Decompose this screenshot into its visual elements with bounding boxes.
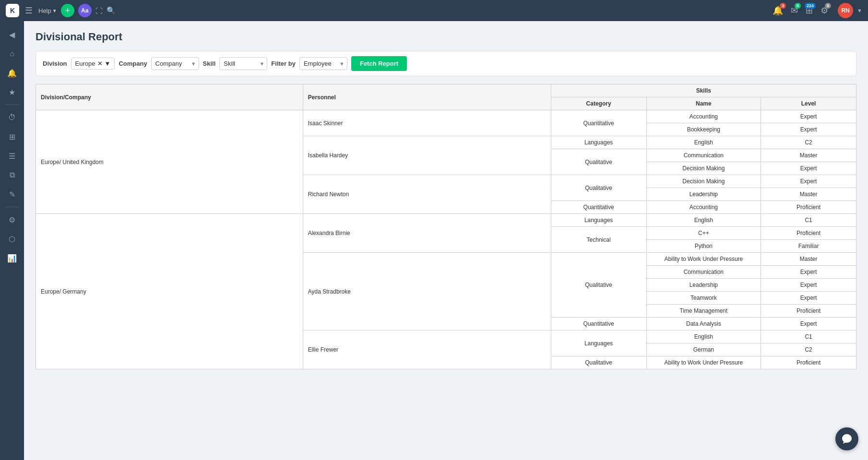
company-filter-label: Company [119, 60, 147, 67]
table-cell-level: C2 [761, 136, 856, 149]
grid-notification-badge[interactable]: ⊞ 224 [806, 5, 813, 16]
mail-notification-badge[interactable]: ✉ 8 [791, 5, 798, 16]
fetch-report-button[interactable]: Fetch Report [351, 56, 407, 71]
table-cell-skill-name: Accounting [646, 110, 761, 123]
expand-icon[interactable]: ⛶ [95, 7, 103, 15]
topnav: K ☰ Help ▼ + Aa ⛶ 🔍 🔔 3 ✉ 8 ⊞ 224 ⚙ 0 RN… [0, 0, 868, 21]
division-chevron-icon: ▼ [105, 60, 111, 67]
table-cell-category: Technical [551, 227, 646, 253]
table-cell-level: C2 [761, 343, 856, 356]
sidebar-settings-icon[interactable]: ⚙ [3, 211, 21, 228]
table-cell-level: Expert [761, 279, 856, 292]
table-cell-personnel: Isaac Skinner [303, 110, 551, 136]
table-cell-category: Languages [551, 330, 646, 356]
table-cell-level: Proficient [761, 356, 856, 369]
avatar-chevron[interactable]: ▼ [857, 8, 862, 13]
sidebar-collapse-icon[interactable]: ◀ [3, 26, 21, 43]
table-cell-category: Qualitative [551, 149, 646, 175]
table-cell-skill-name: German [646, 343, 761, 356]
sidebar-divider-1 [5, 105, 19, 105]
division-clear-icon[interactable]: ✕ [97, 60, 103, 67]
table-cell-personnel: Richard Newton [303, 175, 551, 214]
table-cell-skill-name: Accounting [646, 201, 761, 214]
table-cell-personnel: Ellie Frewer [303, 330, 551, 369]
table-cell-level: Expert [761, 266, 856, 279]
report-table: Division/Company Personnel Skills Catego… [36, 84, 856, 369]
sidebar-layers-icon[interactable]: ⧉ [3, 166, 21, 184]
skill-filter-label: Skill [203, 60, 216, 67]
table-cell-personnel: Ayda Stradbroke [303, 253, 551, 330]
table-cell-skill-name: Ability to Work Under Pressure [646, 356, 761, 369]
table-cell-skill-name: English [646, 136, 761, 149]
table-cell-level: Expert [761, 162, 856, 175]
table-cell-category: Qualitative [551, 253, 646, 318]
division-filter-label: Division [43, 60, 67, 67]
sidebar-report-icon[interactable]: 📊 [3, 249, 21, 267]
table-cell-skill-name: Leadership [646, 279, 761, 292]
star-notification-badge[interactable]: ⚙ 0 [820, 5, 828, 16]
header-category: Category [551, 97, 646, 110]
help-menu[interactable]: Help ▼ [38, 7, 57, 14]
hamburger-icon[interactable]: ☰ [23, 3, 35, 18]
chat-bubble[interactable] [835, 427, 858, 450]
sidebar-home-icon[interactable]: ⌂ [3, 45, 21, 62]
company-select-wrap: Company ▼ [151, 57, 199, 70]
table-cell-level: Master [761, 149, 856, 162]
table-cell-skill-name: Data Analysis [646, 318, 761, 330]
table-cell-level: Proficient [761, 305, 856, 318]
table-cell-level: Expert [761, 123, 856, 136]
bell-notification-badge[interactable]: 🔔 3 [773, 5, 783, 16]
filterby-select-wrap: Employee ▼ [299, 57, 347, 70]
sidebar-notification-icon[interactable]: 🔔 [3, 64, 21, 82]
table-cell-skill-name: Communication [646, 266, 761, 279]
table-cell-personnel: Alexandra Birnie [303, 214, 551, 253]
skill-select[interactable]: Skill [219, 57, 267, 70]
table-cell-category: Qualitative [551, 175, 646, 201]
chat-icon [841, 433, 853, 445]
table-cell-skill-name: Time Management [646, 305, 761, 318]
table-cell-skill-name: C++ [646, 227, 761, 240]
sidebar-list-icon[interactable]: ☰ [3, 147, 21, 165]
table-cell-skill-name: Leadership [646, 188, 761, 201]
appearance-button[interactable]: Aa [78, 4, 92, 17]
table-row: Europe/ United KingdomIsaac SkinnerQuant… [36, 110, 856, 123]
table-cell-division: Europe/ Germany [36, 214, 303, 369]
sidebar-recent-icon[interactable]: ⏱ [3, 109, 21, 126]
table-cell-skill-name: English [646, 330, 761, 343]
header-level: Level [761, 97, 856, 110]
topnav-logo: K [6, 4, 19, 17]
filter-bar: Division Europe ✕ ▼ Company Company ▼ Sk… [36, 51, 856, 76]
table-cell-level: Proficient [761, 201, 856, 214]
sidebar-edit-icon[interactable]: ✎ [3, 186, 21, 203]
header-skills: Skills [551, 84, 856, 97]
table-cell-category: Quantitative [551, 318, 646, 330]
table-cell-category: Quantitative [551, 201, 646, 214]
table-cell-level: Expert [761, 318, 856, 330]
table-cell-level: C1 [761, 214, 856, 227]
table-cell-level: Master [761, 188, 856, 201]
table-cell-level: Familiar [761, 240, 856, 253]
new-item-button[interactable]: + [61, 4, 74, 17]
sidebar-star-icon[interactable]: ★ [3, 83, 21, 101]
sidebar-divider-2 [5, 207, 19, 207]
header-skill-name: Name [646, 97, 761, 110]
table-row: Europe/ GermanyAlexandra BirnieLanguages… [36, 214, 856, 227]
sidebar-grid-icon[interactable]: ⊞ [3, 128, 21, 145]
table-cell-level: Expert [761, 175, 856, 188]
sidebar-plugin-icon[interactable]: ⬡ [3, 230, 21, 248]
filterby-select[interactable]: Employee [299, 57, 347, 70]
table-cell-category: Quantitative [551, 110, 646, 136]
table-cell-category: Languages [551, 214, 646, 227]
page-title: Divisional Report [36, 31, 856, 43]
search-icon[interactable]: 🔍 [107, 6, 116, 15]
header-personnel: Personnel [303, 84, 551, 110]
division-select[interactable]: Europe ✕ ▼ [71, 58, 115, 70]
company-select[interactable]: Company [151, 57, 199, 70]
user-avatar[interactable]: RN [838, 3, 853, 18]
table-cell-skill-name: Decision Making [646, 175, 761, 188]
table-cell-level: Expert [761, 110, 856, 123]
filterby-label: Filter by [271, 60, 296, 67]
table-cell-level: C1 [761, 330, 856, 343]
table-cell-skill-name: Ability to Work Under Pressure [646, 253, 761, 266]
table-cell-skill-name: English [646, 214, 761, 227]
